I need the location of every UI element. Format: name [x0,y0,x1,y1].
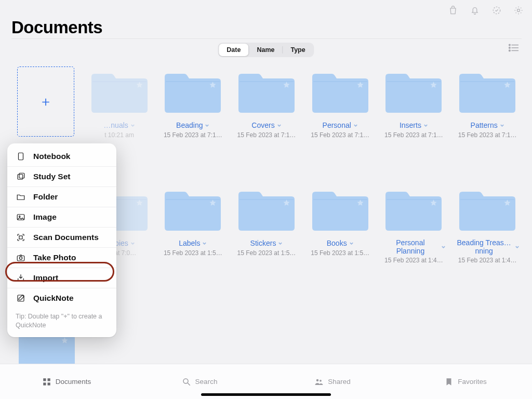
folder-icon [458,66,516,118]
star-icon [209,81,217,91]
svg-rect-9 [18,175,23,180]
chevron-down-icon[interactable] [130,121,135,130]
sort-segmented-control[interactable]: Date Name Type [218,43,314,57]
list-view-toggle[interactable] [508,43,520,55]
star-icon [503,81,511,91]
folder-cell[interactable]: Covers 15 Feb 2023 at 7:1… [232,66,301,139]
folder-icon [164,184,222,236]
menu-notebook[interactable]: Notebook [7,147,116,167]
folder-name: Inserts [400,121,421,129]
image-icon [16,212,26,222]
svg-rect-10 [19,173,24,178]
folder-date: 15 Feb 2023 at 7:1… [384,131,443,139]
folder-icon [311,184,369,236]
chevron-down-icon[interactable] [205,121,209,130]
svg-rect-20 [47,382,50,385]
menu-label: Import [33,273,58,283]
menu-studyset[interactable]: Study Set [7,167,116,187]
folder-cell[interactable]: Patterns 15 Feb 2023 at 7:1… [453,66,522,139]
svg-point-15 [19,257,22,259]
menu-folder[interactable]: Folder [7,187,116,207]
chevron-down-icon[interactable] [202,238,207,248]
star-icon [356,81,364,91]
chevron-down-icon[interactable] [349,238,354,248]
folder-cell[interactable]: Labels 15 Feb 2023 at 1:5… [158,184,227,264]
folder-name: Books [327,239,347,247]
folder-icon [16,192,26,202]
home-indicator [201,393,331,396]
folder-date: 15 Feb 2023 at 1:4… [458,257,517,264]
menu-label: Notebook [33,152,70,161]
select-icon[interactable] [491,5,502,16]
chevron-down-icon[interactable] [277,121,282,130]
tab-documents[interactable]: Documents [0,364,133,399]
folder-name: Labels [179,239,200,247]
star-icon [430,81,437,91]
folder-date: 15 Feb 2023 at 1:5… [237,249,296,257]
tab-label: Shared [328,378,351,385]
bookmark-icon [444,377,454,387]
folder-cell[interactable]: Personal 15 Feb 2023 at 7:1… [306,66,375,139]
page-title: Documents [11,18,102,37]
grid-icon [42,377,51,387]
folder-cell[interactable]: Beading 15 Feb 2023 at 7:1… [158,66,227,139]
svg-point-23 [316,379,319,381]
folder-name: Stickers [250,239,276,247]
folder-name: Beading [176,121,203,129]
folder-cell[interactable]: Stickers 15 Feb 2023 at 1:5… [232,184,301,264]
folder-cell[interactable]: Personal Planning 15 Feb 2023 at 1:4… [380,184,448,264]
folder-cell[interactable]: Beading Treas…nning 15 Feb 2023 at 1:4… [453,184,522,264]
add-button[interactable]: ＋ [17,66,74,137]
folder-name: Patterns [471,121,498,129]
folder-date: 15 Feb 2023 at 7:1… [237,131,296,139]
menu-scan[interactable]: Scan Documents [7,228,116,248]
star-icon [209,199,217,209]
folder-cell[interactable]: …nuals t 10:21 am [85,66,154,139]
folder-cell[interactable]: Books 15 Feb 2023 at 1:5… [306,184,375,264]
chevron-down-icon[interactable] [278,238,283,248]
star-icon [61,337,69,347]
chevron-down-icon[interactable] [423,121,428,130]
folder-name: Personal Planning [382,238,439,255]
menu-label: Folder [33,192,58,202]
svg-point-24 [320,379,322,381]
sort-date[interactable]: Date [219,44,248,56]
scan-icon [16,233,26,242]
chevron-down-icon[interactable] [500,121,504,130]
shop-icon[interactable] [448,5,458,16]
bell-icon[interactable] [470,5,480,16]
star-icon [136,81,143,91]
camera-icon [16,253,26,262]
menu-label: Take Photo [33,253,76,262]
svg-point-12 [19,216,20,217]
chevron-down-icon[interactable] [353,121,358,130]
search-icon [182,377,191,387]
menu-import[interactable]: Import [7,268,116,288]
people-icon [314,377,324,387]
menu-image[interactable]: Image [7,207,116,228]
svg-point-1 [517,9,520,12]
gear-icon[interactable] [513,5,524,16]
sort-name[interactable]: Name [249,44,282,56]
menu-quicknote[interactable]: QuickNote [7,288,116,308]
new-item-menu: Notebook Study Set Folder Image Scan Doc… [7,143,116,337]
folder-date: 15 Feb 2023 at 7:1… [164,131,222,139]
svg-line-22 [188,383,190,385]
svg-point-21 [183,379,188,383]
svg-point-6 [509,50,511,51]
chevron-down-icon[interactable] [515,242,520,251]
import-icon [16,273,26,283]
folder-icon [311,66,369,118]
tab-favorites[interactable]: Favorites [399,364,532,399]
folder-date: 15 Feb 2023 at 7:1… [458,131,517,139]
folder-icon [458,184,516,236]
sort-type[interactable]: Type [283,44,313,56]
svg-rect-17 [43,378,46,381]
folder-cell[interactable]: Inserts 15 Feb 2023 at 7:1… [380,66,448,139]
star-icon [283,81,290,91]
chevron-down-icon[interactable] [130,238,135,248]
menu-photo[interactable]: Take Photo [7,248,116,268]
menu-label: Scan Documents [33,233,99,242]
folder-name: Covers [251,121,274,129]
chevron-down-icon[interactable] [441,242,446,251]
